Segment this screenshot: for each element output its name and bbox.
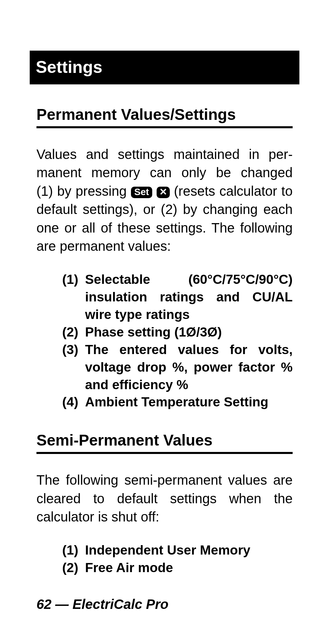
list-item: (1) Selectable (60°C/75°C/90°C) insula­t… — [48, 271, 293, 323]
list-item: (2) Free Air mode — [48, 559, 293, 576]
list-item-text: The entered values for volts, volt­age d… — [85, 341, 293, 394]
list-item-text: Independent User Memory — [85, 541, 293, 559]
permanent-values-list: (1) Selectable (60°C/75°C/90°C) insula­t… — [36, 271, 293, 411]
x-key-icon: ✕ — [157, 187, 170, 198]
list-item: (3) The entered values for volts, volt­a… — [48, 341, 293, 394]
list-item: (4) Ambient Temperature Setting — [48, 393, 293, 411]
page: Settings Permanent Values/Settings Value… — [0, 0, 322, 644]
list-item-text: Phase setting (1Ø/3Ø) — [85, 323, 293, 341]
section-heading-semi-permanent: Semi-Permanent Values — [36, 431, 293, 454]
page-title-bar: Settings — [30, 51, 299, 84]
set-key-icon: Set — [131, 187, 153, 198]
list-item-text: Free Air mode — [85, 559, 293, 576]
section-heading-permanent: Permanent Values/Settings — [36, 105, 293, 128]
paragraph-semi-permanent: The following semi-permanent values are … — [36, 471, 293, 526]
page-footer: 62 — ElectriCalc Pro — [36, 597, 168, 612]
list-item-number: (4) — [48, 393, 85, 411]
list-item-number: (2) — [48, 323, 85, 341]
semi-permanent-values-list: (1) Independent User Memory (2) Free Air… — [36, 541, 293, 576]
list-item-text: Ambient Temperature Setting — [85, 393, 293, 411]
list-item-number: (3) — [48, 341, 85, 394]
paragraph-permanent: Values and settings maintained in per­ma… — [36, 145, 293, 255]
list-item: (1) Independent User Memory — [48, 541, 293, 559]
list-item-number: (1) — [48, 271, 85, 323]
list-item-number: (2) — [48, 559, 85, 576]
page-title: Settings — [36, 58, 102, 77]
list-item-number: (1) — [48, 541, 85, 559]
list-item-text: Selectable (60°C/75°C/90°C) insula­tion … — [85, 271, 293, 323]
list-item: (2) Phase setting (1Ø/3Ø) — [48, 323, 293, 341]
